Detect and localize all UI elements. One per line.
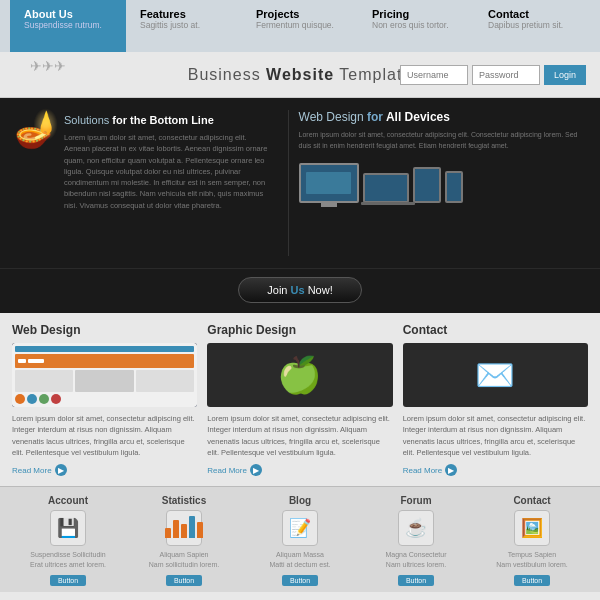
nav-title-contact: Contact bbox=[488, 8, 576, 20]
nav-title-about: About Us bbox=[24, 8, 112, 20]
monitor-device bbox=[299, 163, 359, 203]
footer-columns: Account 💾 Suspendisse SollicitudinErat u… bbox=[10, 495, 590, 586]
footer-title-blog: Blog bbox=[252, 495, 348, 506]
footer-icon-blog: 📝 bbox=[282, 510, 318, 546]
nav-title-projects: Projects bbox=[256, 8, 344, 20]
chart-bar bbox=[181, 524, 187, 538]
footer-col-account: Account 💾 Suspendisse SollicitudinErat u… bbox=[20, 495, 116, 586]
contact-text: Lorem ipsum dolor sit amet, consectetur … bbox=[403, 413, 588, 458]
footer-col-blog: Blog 📝 Aliquam MassaMatti at dectum est.… bbox=[252, 495, 348, 586]
nav-item-pricing[interactable]: PricingNon eros quis tortor. bbox=[358, 0, 474, 52]
web-design-card: Web Design bbox=[12, 323, 197, 476]
chart-bar bbox=[173, 520, 179, 538]
apple-icon: 🍏 bbox=[277, 354, 322, 396]
footer-title-account: Account bbox=[20, 495, 116, 506]
login-form: Login bbox=[400, 65, 586, 85]
statistics-chart-icon bbox=[166, 510, 202, 546]
footer-sub-statistics: Aliquam SapienNam sollicitudin lorem. bbox=[136, 550, 232, 570]
read-more-arrow-2: ▶ bbox=[250, 464, 262, 476]
nav-item-features[interactable]: FeaturesSagittis justo at. bbox=[126, 0, 242, 52]
nav-title-pricing: Pricing bbox=[372, 8, 460, 20]
footer-btn-blog[interactable]: Button bbox=[282, 575, 318, 586]
web-design-text: Lorem ipsum dolor sit amet, consectetur … bbox=[12, 413, 197, 458]
nav-item-about[interactable]: About UsSuspendisse rutrum. bbox=[10, 0, 126, 52]
footer-title-forum: Forum bbox=[368, 495, 464, 506]
footer-title-contact: Contact bbox=[484, 495, 580, 506]
footer-sub-forum: Magna ConsecteturNam ultrices lorem. bbox=[368, 550, 464, 570]
hero-right-title: Web Design for All Devices bbox=[299, 110, 590, 124]
join-button[interactable]: Join Us Now! bbox=[238, 277, 361, 303]
nav-sub-projects: Fermentum quisque. bbox=[256, 20, 344, 30]
web-design-image bbox=[12, 343, 197, 407]
tablet-device bbox=[413, 167, 441, 203]
footer-col-forum: Forum ☕ Magna ConsecteturNam ultrices lo… bbox=[368, 495, 464, 586]
graphic-design-image: 🍏 bbox=[207, 343, 392, 407]
nav-item-contact[interactable]: ContactDapibus pretium sit. bbox=[474, 0, 590, 52]
read-more-arrow-3: ▶ bbox=[445, 464, 457, 476]
hero-right: Web Design for All Devices Lorem ipsum d… bbox=[289, 98, 600, 268]
nav-title-features: Features bbox=[140, 8, 228, 20]
contact-read-more[interactable]: Read More ▶ bbox=[403, 464, 588, 476]
contact-title: Contact bbox=[403, 323, 588, 337]
web-design-title: Web Design bbox=[12, 323, 197, 337]
footer-btn-forum[interactable]: Button bbox=[398, 575, 434, 586]
footer-sub-account: Suspendisse SollicitudinErat ultrices am… bbox=[20, 550, 116, 570]
phone-device bbox=[445, 171, 463, 203]
hero-body-text: Lorem ipsum dolor sit amet, consectetur … bbox=[64, 132, 274, 211]
footer-btn-account[interactable]: Button bbox=[50, 575, 86, 586]
nav-item-projects[interactable]: ProjectsFermentum quisque. bbox=[242, 0, 358, 52]
lamp-icon: 🪔 bbox=[14, 108, 59, 150]
hero-left: 🪔 Solutions for the Bottom Line Lorem ip… bbox=[0, 98, 288, 268]
chart-bars bbox=[163, 516, 205, 540]
password-input[interactable] bbox=[472, 65, 540, 85]
nav-sub-features: Sagittis justo at. bbox=[140, 20, 228, 30]
graphic-design-title: Graphic Design bbox=[207, 323, 392, 337]
cards-section: Web Design bbox=[0, 313, 600, 486]
hero-section: 🪔 Solutions for the Bottom Line Lorem ip… bbox=[0, 98, 600, 268]
chart-bar bbox=[197, 522, 203, 538]
laptop-device bbox=[363, 173, 409, 203]
footer-title-statistics: Statistics bbox=[136, 495, 232, 506]
username-input[interactable] bbox=[400, 65, 468, 85]
footer-sub-contact: Tempus SapienNam vestibulum lorem. bbox=[484, 550, 580, 570]
graphic-design-read-more[interactable]: Read More ▶ bbox=[207, 464, 392, 476]
nav-sub-contact: Dapibus pretium sit. bbox=[488, 20, 576, 30]
hero-tagline: Solutions for the Bottom Line bbox=[64, 114, 274, 126]
login-button[interactable]: Login bbox=[544, 65, 586, 85]
chart-bar bbox=[165, 528, 171, 538]
nav-sub-about: Suspendisse rutrum. bbox=[24, 20, 112, 30]
footer-col-contact: Contact 🖼️ Tempus SapienNam vestibulum l… bbox=[484, 495, 580, 586]
footer-btn-contact[interactable]: Button bbox=[514, 575, 550, 586]
envelope-icon: ✉️ bbox=[475, 356, 515, 394]
web-mockup bbox=[12, 343, 197, 407]
contact-image: ✉️ bbox=[403, 343, 588, 407]
devices-mockup bbox=[299, 163, 590, 203]
graphic-design-text: Lorem ipsum dolor sit amet, consectetur … bbox=[207, 413, 392, 458]
hero-right-text: Lorem ipsum dolor sit amet, consectetur … bbox=[299, 130, 590, 151]
birds-decoration: ✈ ✈ ✈ bbox=[30, 58, 64, 74]
read-more-arrow: ▶ bbox=[55, 464, 67, 476]
footer-icon-account: 💾 bbox=[50, 510, 86, 546]
footer-icon-forum: ☕ bbox=[398, 510, 434, 546]
nav-sub-pricing: Non eros quis tortor. bbox=[372, 20, 460, 30]
graphic-design-card: Graphic Design 🍏 Lorem ipsum dolor sit a… bbox=[207, 323, 392, 476]
site-header: ✈ ✈ ✈ Business Website Template Login bbox=[0, 52, 600, 98]
footer-col-statistics: Statistics Aliquam SapienNam sollicitudi… bbox=[136, 495, 232, 586]
site-title: Business Website Template bbox=[188, 66, 413, 84]
chart-bar bbox=[189, 516, 195, 538]
footer-sub-blog: Aliquam MassaMatti at dectum est. bbox=[252, 550, 348, 570]
contact-card: Contact ✉️ Lorem ipsum dolor sit amet, c… bbox=[403, 323, 588, 476]
web-design-read-more[interactable]: Read More ▶ bbox=[12, 464, 197, 476]
footer-icon-contact: 🖼️ bbox=[514, 510, 550, 546]
join-cta: Join Us Now! bbox=[0, 268, 600, 313]
footer-btn-statistics[interactable]: Button bbox=[166, 575, 202, 586]
site-footer: Account 💾 Suspendisse SollicitudinErat u… bbox=[0, 486, 600, 592]
main-nav: About UsSuspendisse rutrum.FeaturesSagit… bbox=[0, 0, 600, 52]
